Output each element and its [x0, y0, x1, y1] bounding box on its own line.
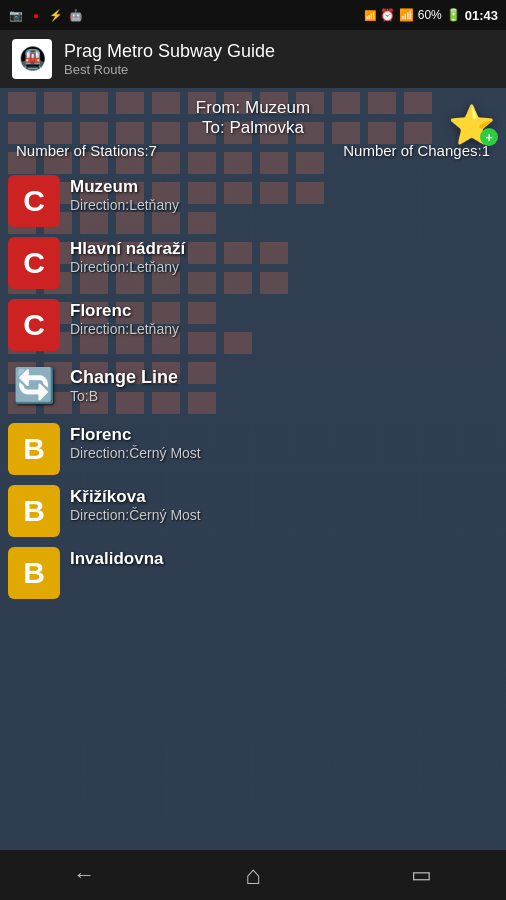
stations-count: 7 — [149, 142, 157, 159]
line-b-letter: B — [23, 556, 45, 590]
line-c-badge: C — [8, 175, 60, 227]
change-line-to: To:B — [70, 388, 178, 404]
line-b-badge: B — [8, 547, 60, 599]
screenshot-icon: 📷 — [8, 7, 24, 23]
stations-label: Number of Stations: — [16, 142, 149, 159]
station-info: Invalidovna — [70, 543, 164, 569]
station-direction: Direction:Letňany — [70, 321, 179, 337]
list-item: C Muzeum Direction:Letňany — [8, 171, 498, 227]
line-c-letter: C — [23, 308, 45, 342]
nfc-icon: 📶 — [364, 10, 376, 21]
station-info: Hlavní nádraží Direction:Letňany — [70, 233, 185, 275]
station-name: Florenc — [70, 301, 179, 321]
to-value: Palmovka — [229, 118, 304, 137]
line-b-letter: B — [23, 432, 45, 466]
change-info: Change Line To:B — [70, 367, 178, 404]
station-direction: Direction:Letňany — [70, 259, 185, 275]
station-name: Invalidovna — [70, 549, 164, 569]
station-direction: Direction:Černý Most — [70, 507, 201, 523]
station-info: Křižíkova Direction:Černý Most — [70, 481, 201, 523]
time-display: 01:43 — [465, 8, 498, 23]
station-info: Florenc Direction:Letňany — [70, 295, 179, 337]
battery-icon: 🔋 — [446, 8, 461, 22]
usb-icon: ⚡ — [48, 7, 64, 23]
route-stats: Number of Stations:7 Number of Changes:1 — [16, 138, 490, 165]
alarm-icon: ⏰ — [380, 8, 395, 22]
station-info: Muzeum Direction:Letňany — [70, 171, 179, 213]
station-list: C Muzeum Direction:Letňany C Hlavní nádr… — [0, 171, 506, 599]
home-icon: ⌂ — [245, 860, 261, 891]
app-subtitle: Best Route — [64, 62, 275, 77]
list-item: C Florenc Direction:Letňany — [8, 295, 498, 351]
battery-text: 60% — [418, 8, 442, 22]
recent-icon: ▭ — [411, 862, 432, 888]
line-b-badge: B — [8, 423, 60, 475]
line-c-letter: C — [23, 246, 45, 280]
home-button[interactable]: ⌂ — [228, 855, 278, 895]
station-name: Hlavní nádraží — [70, 239, 185, 259]
app-title: Prag Metro Subway Guide — [64, 41, 275, 62]
signal-icon: 📶 — [399, 8, 414, 22]
station-name: Křižíkova — [70, 487, 201, 507]
change-arrows-icon: 🔄 — [8, 359, 60, 411]
status-bar: 📷 ● ⚡ 🤖 📶 ⏰ 📶 60% 🔋 01:43 — [0, 0, 506, 30]
from-value: Muzeum — [245, 98, 310, 117]
line-c-badge: C — [8, 299, 60, 351]
route-header: From: Muzeum To: Palmovka Number of Stat… — [0, 88, 506, 171]
line-b-badge: B — [8, 485, 60, 537]
list-item: B Florenc Direction:Černý Most — [8, 419, 498, 475]
back-button[interactable]: ← — [59, 855, 109, 895]
from-label: From: — [196, 98, 240, 117]
status-left-icons: 📷 ● ⚡ 🤖 — [8, 7, 84, 23]
station-direction: Direction:Černý Most — [70, 445, 201, 461]
line-b-letter: B — [23, 494, 45, 528]
line-c-badge: C — [8, 237, 60, 289]
app-header-text: Prag Metro Subway Guide Best Route — [64, 41, 275, 77]
avast-icon: ● — [28, 7, 44, 23]
bottom-nav: ← ⌂ ▭ — [0, 850, 506, 900]
list-item: C Hlavní nádraží Direction:Letňany — [8, 233, 498, 289]
station-name: Florenc — [70, 425, 201, 445]
stations-stat: Number of Stations:7 — [16, 142, 157, 159]
station-name: Muzeum — [70, 177, 179, 197]
main-content: From: Muzeum To: Palmovka Number of Stat… — [0, 88, 506, 850]
app-header: 🚇 Prag Metro Subway Guide Best Route — [0, 30, 506, 88]
route-from: From: Muzeum — [16, 98, 490, 118]
change-line-section: 🔄 Change Line To:B — [8, 357, 498, 413]
station-direction: Direction:Letňany — [70, 197, 179, 213]
station-info: Florenc Direction:Černý Most — [70, 419, 201, 461]
line-c-letter: C — [23, 184, 45, 218]
app-icon: 🚇 — [12, 39, 52, 79]
add-favorite-button[interactable]: + — [480, 128, 498, 146]
train-icon: 🚇 — [19, 46, 46, 72]
change-line-title: Change Line — [70, 367, 178, 388]
list-item: B Křižíkova Direction:Černý Most — [8, 481, 498, 537]
back-icon: ← — [73, 862, 95, 888]
android-icon: 🤖 — [68, 7, 84, 23]
recent-apps-button[interactable]: ▭ — [397, 855, 447, 895]
route-to: To: Palmovka — [16, 118, 490, 138]
status-right-icons: 📶 ⏰ 📶 60% 🔋 01:43 — [364, 8, 498, 23]
list-item: B Invalidovna — [8, 543, 498, 599]
to-label: To: — [202, 118, 225, 137]
